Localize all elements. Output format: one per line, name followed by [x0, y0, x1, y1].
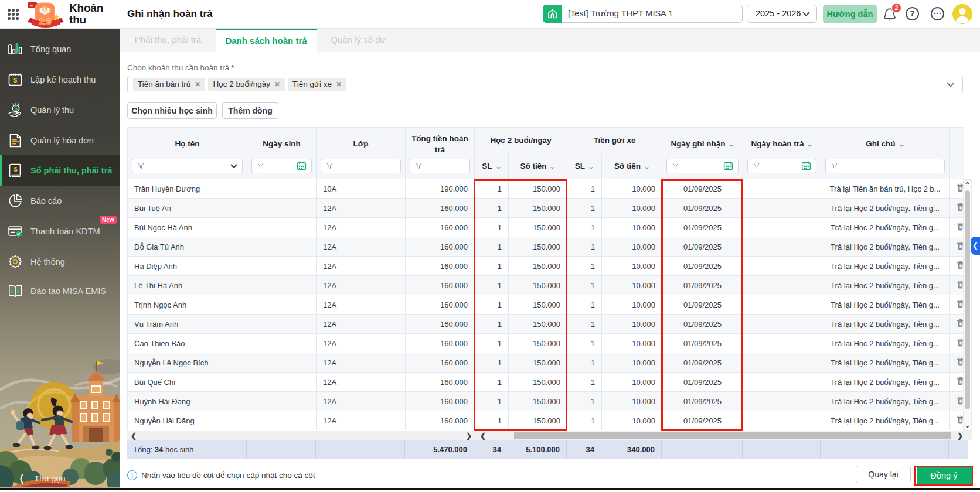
- svg-text:★: ★: [30, 4, 33, 8]
- svg-text:$: $: [13, 77, 17, 84]
- svg-text:$: $: [14, 105, 18, 112]
- svg-text:$: $: [13, 166, 18, 173]
- svg-text:2.9: 2.9: [39, 16, 52, 26]
- svg-text:★: ★: [52, 12, 60, 22]
